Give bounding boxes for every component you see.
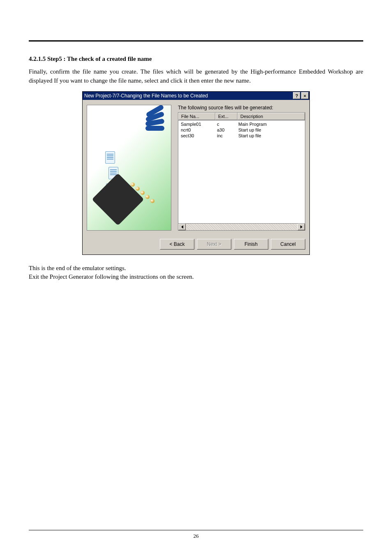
file-list[interactable]: File Na... Ext... Description Sample01 c… (178, 112, 305, 231)
page-number: 26 (29, 533, 363, 539)
close-icon: × (304, 93, 306, 98)
finish-button[interactable]: Finish (234, 239, 268, 250)
right-pane: The following source files will be gener… (178, 105, 305, 231)
question-icon: ? (295, 93, 298, 98)
section-heading: 4.2.1.5 Step5 : The check of a created f… (29, 56, 363, 62)
dot-icon (131, 183, 135, 187)
cell-filename: ncrt0 (178, 127, 214, 133)
dot-icon (141, 191, 145, 195)
section-para-2b: Exit the Project Generator following the… (29, 273, 363, 282)
col-ext[interactable]: Ext... (215, 113, 238, 120)
titlebar-title: New Project-7/7-Changing the File Names … (84, 93, 292, 99)
dialog-button-row: < Back Next > Finish Cancel (83, 235, 309, 254)
file-list-header: File Na... Ext... Description (178, 113, 305, 120)
section-para-1: Finally, confirm the file name you creat… (29, 67, 363, 86)
page-footer: 26 (29, 527, 363, 539)
scroll-left-button[interactable] (178, 224, 186, 230)
dialog-body: The following source files will be gener… (83, 100, 309, 235)
list-caption: The following source files will be gener… (178, 105, 305, 111)
page: 4.2.1.5 Step5 : The check of a created f… (0, 0, 392, 555)
chevron-left-icon (181, 225, 183, 229)
list-item[interactable]: Sample01 c Main Program (178, 121, 305, 127)
scroll-track[interactable] (186, 224, 297, 230)
cancel-button[interactable]: Cancel (271, 239, 305, 250)
cell-filename: sect30 (178, 133, 214, 139)
dot-icon (145, 195, 150, 199)
list-item[interactable]: ncrt0 a30 Start up file (178, 127, 305, 133)
titlebar: New Project-7/7-Changing the File Names … (83, 92, 309, 100)
dot-icon (150, 199, 154, 203)
fan-graphic (143, 109, 166, 135)
cell-ext: c (214, 121, 236, 127)
dot-icon (136, 187, 140, 191)
col-description[interactable]: Description (238, 113, 305, 120)
doc-icon (105, 151, 115, 164)
h-scrollbar[interactable] (178, 223, 305, 230)
back-button[interactable]: < Back (160, 239, 194, 250)
col-filename[interactable]: File Na... (178, 113, 215, 120)
section-para-2a: This is the end of the emulator settings… (29, 264, 363, 273)
cell-description: Start up file (236, 133, 305, 139)
cell-filename: Sample01 (178, 121, 214, 127)
cell-ext: a30 (214, 127, 236, 133)
scroll-right-button[interactable] (297, 224, 305, 230)
rule-top (29, 40, 363, 42)
chevron-right-icon (300, 225, 302, 229)
cell-ext: inc (214, 133, 236, 139)
rule-bottom (29, 530, 363, 530)
wizard-image (87, 105, 171, 231)
titlebar-close-button[interactable]: × (301, 92, 309, 99)
file-list-rows: Sample01 c Main Program ncrt0 a30 Start … (178, 120, 305, 139)
cell-description: Start up file (236, 127, 305, 133)
titlebar-help-button[interactable]: ? (293, 92, 300, 99)
dialog-window: New Project-7/7-Changing the File Names … (82, 91, 310, 255)
next-button: Next > (197, 239, 231, 250)
dialog-figure: New Project-7/7-Changing the File Names … (29, 91, 363, 255)
list-item[interactable]: sect30 inc Start up file (178, 133, 305, 139)
cell-description: Main Program (236, 121, 305, 127)
